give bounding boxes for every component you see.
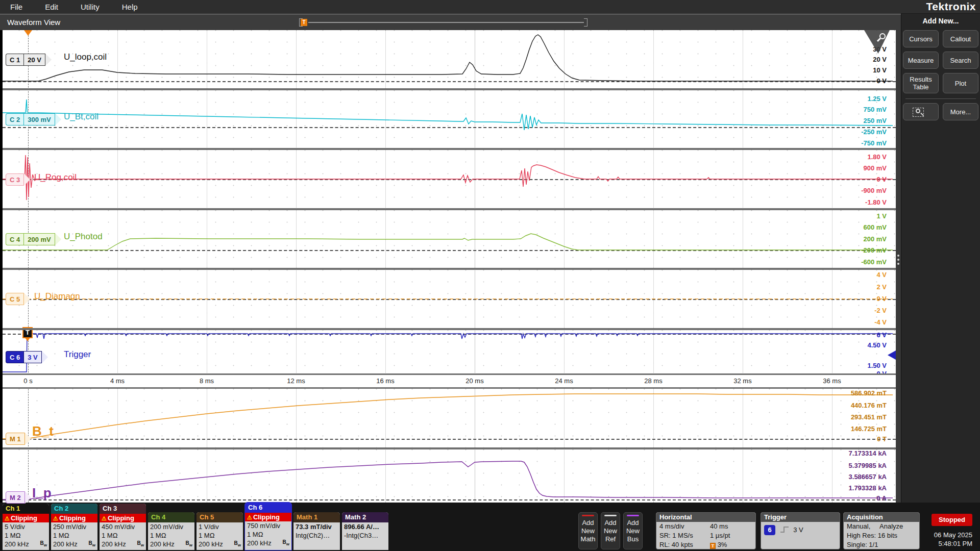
plot-button[interactable]: Plot xyxy=(943,73,978,93)
ch3-badge[interactable]: C 3 xyxy=(6,173,30,186)
right-rail xyxy=(896,30,901,503)
math2-badge[interactable]: M 2 xyxy=(6,491,31,504)
search-button[interactable]: Search xyxy=(943,52,978,69)
record-right-bracket xyxy=(584,18,587,27)
acq-single: Single: 1/1 xyxy=(844,540,919,549)
ch2-badge-scale: 300 mV xyxy=(23,113,55,126)
add-new-bus-button[interactable]: Add New Bus xyxy=(623,512,643,549)
math1-badge[interactable]: M 1 xyxy=(6,433,31,445)
acq-mode: Manual, xyxy=(847,522,870,530)
slot-divider[interactable] xyxy=(3,148,896,150)
ch1-badge-scale: 20 V xyxy=(23,54,45,66)
zoom-select-button[interactable] xyxy=(903,103,939,120)
ch2-settings-badge[interactable]: Ch 2 ⚠Clipping 250 mV/div 1 MΩ 200 kHzBw xyxy=(51,504,97,550)
ch3-settings-badge[interactable]: Ch 3 ⚠Clipping 450 mV/div 1 MΩ 200 kHzBw xyxy=(100,504,146,550)
menu-utility[interactable]: Utility xyxy=(81,3,100,11)
ch5-badge[interactable]: C 5 xyxy=(6,293,30,305)
add-new-math-button[interactable]: Add New Math xyxy=(578,512,598,549)
math1-scale-label: 0 T xyxy=(877,435,887,443)
ch1-trace xyxy=(3,35,893,81)
menu-file[interactable]: File xyxy=(10,3,22,11)
ch4-trace xyxy=(3,234,893,250)
drag-handle[interactable] xyxy=(897,255,899,267)
ch5-bandwidth: 200 kHzBw xyxy=(197,540,243,548)
menu-help[interactable]: Help xyxy=(122,3,138,11)
slot-divider[interactable] xyxy=(3,208,896,210)
horizontal-panel[interactable]: Horizontal 4 ms/div40 ms SR: 1 MS/s1 µs/… xyxy=(656,512,756,549)
math1-scale-label: 293.451 mT xyxy=(851,413,887,421)
ch5-scale-setting: 1 V/div xyxy=(197,522,243,531)
ch5-label[interactable]: U_Diamagn xyxy=(34,291,80,302)
trigger-position-marker[interactable] xyxy=(24,30,32,36)
menu-edit[interactable]: Edit xyxy=(45,3,58,11)
ch1-label[interactable]: U_loop,coil xyxy=(64,52,107,62)
results-table-button[interactable]: Results Table xyxy=(903,73,939,93)
ch2-badge[interactable]: C 2 300 mV xyxy=(6,113,61,126)
ch5-scale-label: -2 V xyxy=(874,307,887,314)
math1-scale-label: 440.176 mT xyxy=(851,402,887,409)
math2-settings-badge[interactable]: Math 2 896.66 A/… -Intg(Ch3… xyxy=(342,512,388,550)
ch3-scale-label: -1.80 V xyxy=(865,198,887,206)
math1-settings-badge[interactable]: Math 1 73.3 mT/div Intg(Ch2)… xyxy=(293,512,340,550)
time-tick: 24 ms xyxy=(555,377,573,385)
trigger-flag-icon: T xyxy=(710,543,716,549)
ch6-scale-label: 6 V xyxy=(876,331,887,339)
ch4-scale-label: -200 mV xyxy=(861,246,887,254)
ch3-label[interactable]: U_Rog,coil xyxy=(34,172,77,183)
slot-divider[interactable] xyxy=(3,268,896,270)
ch6-trace xyxy=(3,334,893,372)
time-tick: 28 ms xyxy=(644,377,662,385)
datetime: 06 May 2025 5:48:01 PM xyxy=(934,531,972,548)
ch2-tab: Ch 2 xyxy=(51,504,97,514)
acquisition-panel[interactable]: Acquisition Manual,Analyze High Res: 16 … xyxy=(843,512,920,549)
measure-button[interactable]: Measure xyxy=(903,52,939,69)
ch4-settings-badge[interactable]: Ch 4 200 mV/div 1 MΩ 200 kHzBw xyxy=(148,512,194,550)
stopped-button[interactable]: Stopped xyxy=(932,514,972,526)
trigger-panel[interactable]: Trigger 6 3 V xyxy=(761,512,840,549)
time-tick: 0 s xyxy=(23,377,32,385)
ch5-settings-badge[interactable]: Ch 5 1 V/div 1 MΩ 200 kHzBw xyxy=(197,512,243,550)
ch5-scale-label: -4 V xyxy=(874,318,887,326)
magnifier-icon xyxy=(879,33,886,39)
ch6-scale-label: 4.50 V xyxy=(867,341,887,349)
callout-button[interactable]: Callout xyxy=(943,30,978,47)
ch1-settings-badge[interactable]: Ch 1 ⚠Clipping 5 V/div 1 MΩ 200 kHzBw xyxy=(3,504,49,550)
acq-analyze: Analyze xyxy=(879,522,903,531)
ch3-clipping-banner: ⚠Clipping xyxy=(100,514,146,522)
date-label: 06 May 2025 xyxy=(934,531,972,539)
slot-divider[interactable] xyxy=(3,447,896,449)
more-button[interactable]: More... xyxy=(943,103,978,120)
trigger-title: Trigger xyxy=(761,513,840,522)
warning-icon: ⚠ xyxy=(247,514,252,520)
ch2-scale-label: 250 mV xyxy=(863,117,887,124)
slot-divider[interactable] xyxy=(3,88,896,90)
ch6-scale-setting: 750 mV/div xyxy=(245,521,291,530)
math2-label[interactable]: I_p xyxy=(32,485,52,501)
slot-divider[interactable] xyxy=(3,328,896,330)
view-tab-bar: Waveform View T xyxy=(0,14,901,30)
math1-label[interactable]: B_t xyxy=(32,423,54,439)
ch6-label[interactable]: Trigger xyxy=(64,349,91,360)
ch3-trace xyxy=(3,155,893,200)
ch4-label[interactable]: U_Photod xyxy=(64,232,103,242)
trigger-level-arrow[interactable] xyxy=(888,350,896,360)
ch5-badge-id: C 5 xyxy=(6,293,24,305)
ch6-clipping-banner: ⚠Clipping xyxy=(245,513,291,521)
ch3-tab: Ch 3 xyxy=(100,504,146,514)
horizontal-title: Horizontal xyxy=(656,513,755,522)
ch1-bandwidth: 200 kHzBw xyxy=(3,540,49,548)
sample-interval: 1 µs/pt xyxy=(710,531,730,540)
ch4-badge[interactable]: C 4 200 mV xyxy=(6,233,61,245)
ch1-badge[interactable]: C 1 20 V xyxy=(6,54,52,66)
slot-math2: M 2 I_p 7.173314 kA 5.379985 kA 3.586657… xyxy=(3,449,896,503)
ch1-clipping-banner: ⚠Clipping xyxy=(3,514,49,522)
ch6-badge[interactable]: C 6 3 V xyxy=(6,351,48,363)
add-new-ref-button[interactable]: Add New Ref xyxy=(601,512,620,549)
math2-trace xyxy=(3,461,893,499)
ch6-settings-badge[interactable]: Ch 6 ⚠Clipping 750 mV/div 1 MΩ 200 kHzBw xyxy=(245,503,291,550)
tab-waveform-view[interactable]: Waveform View xyxy=(7,18,60,27)
cursors-button[interactable]: Cursors xyxy=(903,30,939,47)
ch2-label[interactable]: U_Bt,coil xyxy=(64,112,99,122)
rising-edge-icon xyxy=(779,525,790,534)
warning-icon: ⚠ xyxy=(102,515,107,521)
